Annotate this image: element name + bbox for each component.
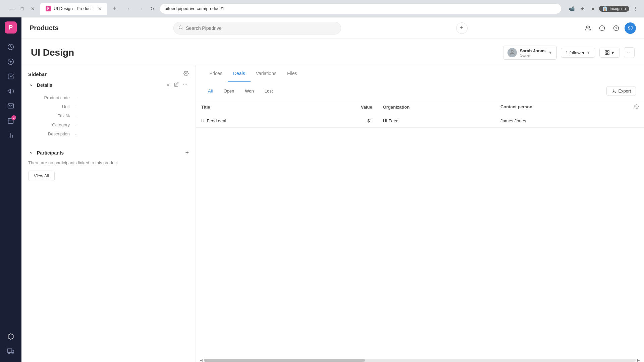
export-icon [611,89,616,94]
filter-won[interactable]: Won [241,87,258,95]
grid-icon [604,50,610,55]
view-all-button[interactable]: View All [28,171,55,181]
table-settings-icon[interactable] [634,104,639,110]
tips-icon[interactable] [596,22,608,34]
sidebar-item-campaigns[interactable] [4,84,17,98]
sidebar-item-marketplace[interactable] [4,345,17,358]
svg-point-29 [185,73,187,74]
participants-add-button[interactable]: + [185,149,189,156]
details-more-icon[interactable]: ⋯ [181,81,189,88]
help-icon[interactable] [610,22,622,34]
filter-lost[interactable]: Lost [261,87,277,95]
participants-header: Participants + [21,144,196,160]
scroll-track[interactable] [204,359,636,362]
sidebar-item-reports[interactable] [4,129,17,142]
tab-close-button[interactable]: ✕ [98,6,102,11]
follower-button[interactable]: 1 follower ▼ [561,48,596,58]
export-label: Export [618,88,631,94]
follower-chevron-icon: ▼ [586,50,590,55]
product-name: UI Design [31,47,74,58]
address-bar[interactable]: uifeed.pipedrive.com/product/1 [160,3,561,14]
product-body: Sidebar Details ✕ [21,65,644,362]
participants-collapse-icon[interactable] [28,150,34,156]
incognito-button[interactable]: 👔 Incognito [599,6,629,12]
detail-row-product-code: Product code - [28,93,189,102]
window-controls[interactable]: — □ ✕ [7,4,38,13]
page-title: Products [30,24,59,32]
bookmark-icon[interactable]: ★ [578,4,587,13]
details-close-icon[interactable]: ✕ [165,81,171,88]
sidebar-item-activity[interactable] [4,40,17,54]
browser-nav: ← → ↻ [125,4,157,13]
menu-button[interactable]: ⋮ [631,4,640,13]
sidebar-settings-icon[interactable] [183,71,189,77]
detail-label-description: Description [28,131,75,136]
extensions-icon[interactable]: ■ [588,4,598,13]
tab-files[interactable]: Files [282,65,303,82]
horizontal-scrollbar[interactable]: ◀ ▶ [196,358,644,362]
svg-marker-4 [8,89,11,93]
browser-actions: 📹 ★ ■ 👔 Incognito ⋮ [567,4,640,13]
sidebar-panel: Sidebar Details ✕ [21,65,196,362]
details-edit-icon[interactable] [173,81,180,88]
detail-label-category: Category [28,122,75,127]
svg-point-18 [586,26,588,28]
maximize-button[interactable]: □ [17,4,27,13]
owner-info: Sarah Jonas Owner [520,48,545,57]
detail-value-category: - [75,122,76,127]
browser-tab[interactable]: P UI Design - Product ✕ [40,3,107,15]
table-header-row: Title Value Organization Contact person [196,100,644,114]
sidebar-item-products[interactable] [4,330,17,343]
col-header-organization: Organization [378,100,495,114]
minimize-button[interactable]: — [7,4,16,13]
details-collapse-icon[interactable] [28,82,34,88]
svg-point-15 [12,352,13,354]
contacts-icon[interactable] [582,22,594,34]
scroll-thumb[interactable] [204,359,365,362]
tab-favicon: P [46,6,51,11]
back-button[interactable]: ← [125,4,134,13]
search-icon [178,25,183,31]
scroll-left-arrow[interactable]: ◀ [199,358,204,362]
scroll-right-arrow[interactable]: ▶ [636,358,641,362]
forward-button[interactable]: → [136,4,146,13]
sidebar-item-tasks[interactable] [4,70,17,83]
detail-row-category: Category - [28,120,189,129]
add-button[interactable]: + [456,22,468,34]
sidebar-item-mail[interactable] [4,99,17,113]
url-text: uifeed.pipedrive.com/product/1 [165,6,224,11]
export-button[interactable]: Export [606,86,636,96]
search-bar[interactable] [173,22,341,35]
tab-deals[interactable]: Deals [228,65,251,82]
tab-variations[interactable]: Variations [251,65,282,82]
camera-icon[interactable]: 📹 [567,4,576,13]
svg-rect-28 [605,53,607,55]
refresh-button[interactable]: ↻ [148,4,157,13]
deals-table: Title Value Organization Contact person [196,100,644,358]
more-options-button[interactable]: ⋯ [624,47,635,58]
details-section: Details ✕ ⋯ Product code [21,81,196,144]
top-bar: Products + SJ [21,17,644,39]
col-header-value: Value [308,100,377,114]
calendar-badge: 2 [11,115,16,120]
owner-section[interactable]: Sarah Jonas Owner ▼ [503,46,556,60]
filter-open[interactable]: Open [219,87,238,95]
table-row[interactable]: UI Feed deal $1 UI Feed James Jones [196,114,644,128]
search-input[interactable] [186,25,336,31]
owner-name: Sarah Jonas [520,48,545,53]
view-toggle-button[interactable]: ▼ [599,48,620,58]
user-avatar[interactable]: SJ [625,22,636,34]
tab-prices[interactable]: Prices [204,65,228,82]
top-bar-actions: SJ [582,22,636,34]
new-tab-button[interactable]: + [110,4,119,13]
sidebar-item-calendar[interactable]: 2 [4,114,17,127]
follower-label: 1 follower [566,50,585,55]
svg-rect-25 [605,51,607,52]
incognito-icon: 👔 [602,6,607,11]
sidebar-item-deals[interactable] [4,55,17,68]
svg-line-17 [182,28,183,29]
close-button[interactable]: ✕ [28,4,38,13]
filter-all[interactable]: All [204,87,217,95]
app-logo[interactable]: P [5,21,17,34]
cell-organization: UI Feed [378,114,495,128]
